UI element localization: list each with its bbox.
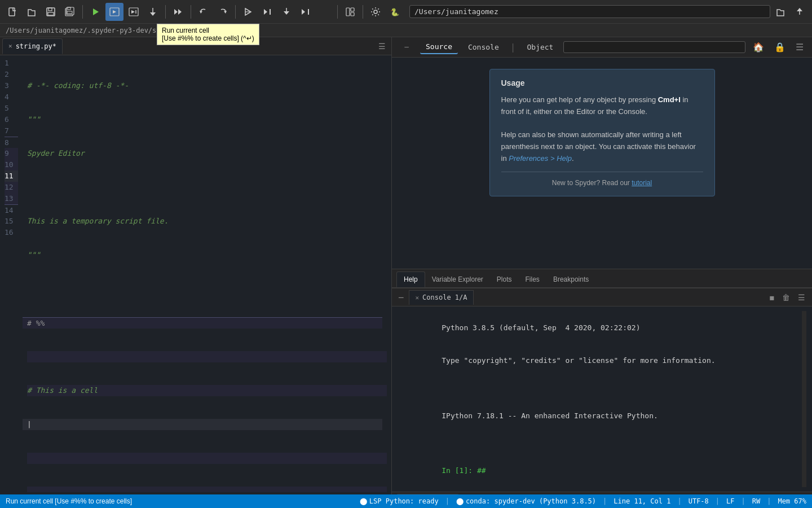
go-up-button[interactable] [791,3,809,21]
usage-para1: Here you can get help of any object by p… [501,94,703,118]
status-lsp: ⬤ LSP Python: ready [360,497,439,505]
redo-button[interactable] [214,3,232,21]
code-line-11: | [23,419,382,430]
step-into-button[interactable] [277,3,295,21]
svg-marker-26 [302,9,305,15]
svg-marker-16 [174,9,178,15]
editor-tab-string-py[interactable]: ✕ string.py* [2,38,63,54]
usage-footer: New to Spyder? Read our tutorial [501,179,703,187]
ln-8: 8 [5,137,18,148]
object-input[interactable] [563,41,745,53]
console-menu-button[interactable]: ☰ [796,292,807,303]
toolbar-sep-1 [82,5,83,19]
console-line-4: IPython 7.18.1 -- An enhanced Interactiv… [442,411,658,420]
ln-3: 3 [5,80,18,91]
pathbar-text: /Users/juanitagomez/.spyder-py3-dev/stri… [6,27,189,34]
status-lsp-text: LSP Python: ready [369,497,439,505]
run-cell-button[interactable] [105,3,123,21]
tutorial-link[interactable]: tutorial [632,179,652,187]
kbd-shortcut: Cmd+I [658,95,681,104]
right-panel: ─ Source Console | Object 🏠 🔒 ☰ [392,37,812,494]
help-section: ─ Source Console | Object 🏠 🔒 ☰ [392,37,812,288]
status-conda-text: conda: spyder-dev (Python 3.8.5) [466,497,596,505]
run-all-button[interactable] [169,3,187,21]
open-file-button[interactable] [23,3,41,21]
ln-9: 9 [5,148,18,159]
ln-11: 11 [5,170,18,182]
code-editor[interactable]: 1 2 3 4 5 6 7 8 9 10 11 12 13 14 15 16 #… [0,55,391,494]
editor-panel: ✕ string.py* ☰ 1 2 3 4 5 6 7 8 9 10 11 1… [0,37,392,494]
editor-menu-icon[interactable]: ☰ [378,42,386,51]
run-to-cursor-button[interactable] [144,3,162,21]
tab-object[interactable]: Object [521,41,559,54]
btab-breakpoints[interactable]: Breakpoints [546,271,595,287]
step-button[interactable] [258,3,276,21]
run-cell-advance-button[interactable] [125,3,143,21]
console-scrollbar[interactable] [802,311,806,487]
debug-button[interactable] [239,3,257,21]
stop-debug-button[interactable] [316,3,334,21]
tab-label: string.py* [16,42,56,50]
status-right: ⬤ LSP Python: ready | ⬤ conda: spyder-de… [360,497,806,505]
code-line-3: Spyder Editor [27,148,387,159]
help-lock-button[interactable]: 🔒 [771,41,788,54]
new-file-button[interactable] [3,3,21,21]
layout-button[interactable] [341,3,359,21]
svg-text:🐍: 🐍 [390,7,400,17]
main-toolbar: 🐍 /Users/juanitagomez [0,0,812,24]
svg-rect-28 [346,8,350,16]
console-stop-button[interactable]: ◼ [767,292,776,303]
status-sep-4: | [716,497,720,505]
btab-variable-explorer[interactable]: Variable Explorer [425,271,490,287]
prefs-link[interactable]: Preferences > Help [509,154,572,163]
help-menu-button[interactable]: ☰ [793,41,806,54]
path-input[interactable]: /Users/juanitagomez [409,5,770,18]
status-lsp-icon: ⬤ [360,497,367,505]
tab-close-icon[interactable]: ✕ [8,42,12,50]
pathbar: /Users/juanitagomez/.spyder-py3-dev/stri… [0,24,812,37]
help-content: Usage Here you can get help of any objec… [392,58,812,269]
save-all-button[interactable] [61,3,79,21]
save-file-button[interactable] [42,3,60,21]
console-line-1: Python 3.8.5 (default, Sep 4 2020, 02:22… [442,323,640,332]
line-numbers: 1 2 3 4 5 6 7 8 9 10 11 12 13 14 15 16 [0,58,23,492]
python-button[interactable]: 🐍 [386,3,404,21]
run-button[interactable] [86,3,104,21]
editor-tab-icons: ☰ [378,42,389,51]
continue-button[interactable] [297,3,315,21]
status-rw: RW [752,497,760,505]
console-output[interactable]: Python 3.8.5 (default, Sep 4 2020, 02:22… [392,306,812,492]
console-header: ─ ✕ Console 1/A ◼ 🗑 ☰ [392,288,812,306]
btab-plots[interactable]: Plots [490,271,519,287]
status-sep-6: | [767,497,771,505]
console-minimize-button[interactable]: ─ [396,292,405,303]
code-line-12 [27,453,387,464]
code-line-1: # -*- coding: utf-8 -*- [27,80,387,91]
svg-marker-22 [264,9,267,15]
svg-marker-8 [93,8,99,15]
svg-marker-17 [178,9,182,15]
btab-help[interactable]: Help [396,271,425,287]
console-trash-button[interactable]: 🗑 [780,292,792,303]
console-prompt: In [1]: ## [442,466,486,475]
svg-marker-19 [224,11,227,14]
editor-tabs: ✕ string.py* ☰ [0,37,391,55]
help-home-button[interactable]: 🏠 [750,41,767,54]
settings-button[interactable] [367,3,385,21]
tab-console[interactable]: Console [462,41,505,54]
ln-1: 1 [5,58,18,69]
status-conda: ⬤ conda: spyder-dev (Python 3.8.5) [456,497,596,505]
svg-marker-25 [284,11,289,15]
console-tab[interactable]: ✕ Console 1/A [409,290,473,305]
status-sep-3: | [677,497,681,505]
ln-15: 15 [5,216,18,227]
usage-title: Usage [501,78,703,87]
code-content[interactable]: # -*- coding: utf-8 -*- """ Spyder Edito… [23,58,391,492]
browse-button[interactable] [771,3,789,21]
svg-rect-30 [351,12,354,16]
console-close-icon[interactable]: ✕ [415,294,419,301]
tab-source[interactable]: Source [420,40,458,54]
undo-button[interactable] [195,3,213,21]
help-minimize-button[interactable]: ─ [398,38,416,56]
btab-files[interactable]: Files [519,271,546,287]
